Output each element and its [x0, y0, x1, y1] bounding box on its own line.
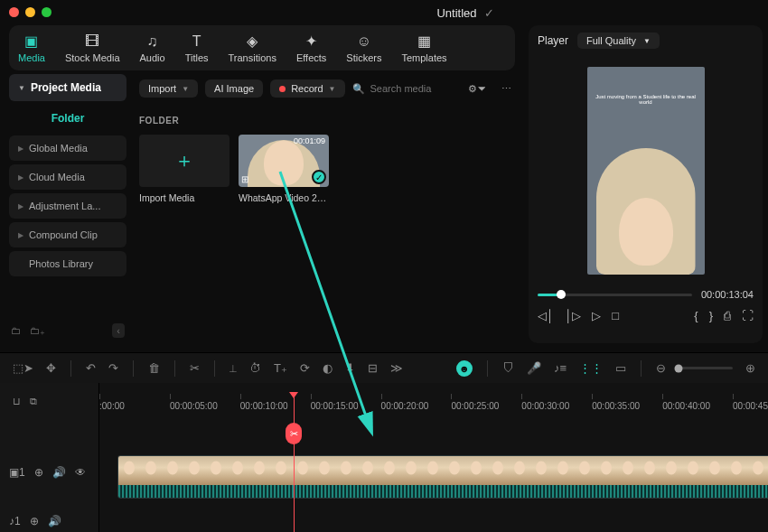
- pointer-icon[interactable]: ⬚➤: [13, 361, 33, 375]
- snapshot-icon[interactable]: ⎙: [724, 309, 731, 322]
- stop-button[interactable]: □: [612, 309, 619, 322]
- mark-in-icon[interactable]: {: [694, 309, 698, 322]
- import-media-tile[interactable]: ＋ Import Media: [139, 135, 229, 203]
- record-dot-icon: [279, 86, 286, 92]
- redo-icon[interactable]: ↷: [108, 361, 118, 375]
- sidebar-item-label: Cloud Media: [29, 172, 85, 182]
- mute-icon[interactable]: 🔊: [48, 515, 61, 527]
- download-icon[interactable]: ⬇: [345, 361, 355, 375]
- split-button[interactable]: ✂: [286, 423, 302, 444]
- video-preview[interactable]: Just moving from a Student life to the r…: [587, 67, 705, 275]
- scrub-bar[interactable]: 00:00:13:04: [538, 289, 754, 300]
- project-media-header[interactable]: ▼ Project Media: [9, 74, 126, 101]
- speed-icon[interactable]: ⏱: [249, 361, 261, 375]
- trash-icon[interactable]: 🗑: [148, 361, 160, 375]
- sidebar-item-label: Global Media: [29, 143, 88, 154]
- auto-beat-icon[interactable]: ⋮⋮: [579, 361, 603, 375]
- record-button[interactable]: Record▼: [270, 79, 344, 98]
- track-name: ▣1: [9, 466, 25, 479]
- zoom-slider[interactable]: [679, 367, 733, 369]
- sidebar-item-compound-clip[interactable]: ▶Compound Clip: [9, 222, 126, 247]
- thumb-label: WhatsApp Video 202…: [239, 192, 329, 203]
- film-icon: 🎞: [85, 33, 99, 50]
- quality-select[interactable]: Full Quality ▼: [577, 33, 660, 49]
- tab-audio[interactable]: ♫ Audio: [140, 33, 165, 63]
- tab-media[interactable]: ▣ Media: [18, 33, 45, 63]
- blade-select-icon[interactable]: ✥: [46, 361, 56, 375]
- add-track-icon[interactable]: ⊕: [30, 515, 39, 527]
- undo-icon[interactable]: ↶: [86, 361, 96, 375]
- fullscreen-icon[interactable]: ⛶: [742, 309, 754, 322]
- mark-out-icon[interactable]: }: [709, 309, 713, 322]
- tab-titles[interactable]: T Titles: [185, 33, 209, 63]
- tab-label: Stickers: [346, 52, 381, 63]
- link-icon[interactable]: ⧉: [30, 396, 37, 407]
- zoom-out-icon[interactable]: ⊖: [656, 361, 666, 375]
- crop-icon[interactable]: ⟂: [229, 361, 237, 375]
- audio-track-header: ♪1 ⊕ 🔊: [9, 515, 61, 527]
- sticker-icon: ☺: [357, 33, 371, 50]
- tab-stickers[interactable]: ☺ Stickers: [346, 33, 381, 63]
- mic-icon[interactable]: 🎤: [527, 361, 541, 375]
- sidebar-item-cloud-media[interactable]: ▶Cloud Media: [9, 164, 126, 190]
- ruler-tick: 00:00:30:00: [521, 394, 569, 411]
- tab-effects[interactable]: ✦ Effects: [296, 33, 326, 63]
- template-icon: ▦: [417, 33, 431, 50]
- saved-check-icon: ✓: [484, 6, 494, 20]
- project-title: Untitled: [436, 6, 476, 20]
- next-frame-button[interactable]: │▷: [565, 309, 581, 322]
- prev-frame-button[interactable]: ◁│: [538, 309, 554, 322]
- play-button[interactable]: ▷: [592, 309, 601, 322]
- visibility-icon[interactable]: 👁: [75, 466, 86, 479]
- player-header: Player Full Quality ▼: [538, 33, 754, 49]
- video-track[interactable]: ▶WhatsApp Video 2023-09-28 at 2:07:57 PM: [99, 455, 768, 499]
- timeline-clip[interactable]: ▶WhatsApp Video 2023-09-28 at 2:07:57 PM: [117, 455, 768, 499]
- enhance-icon[interactable]: ☻: [456, 360, 473, 377]
- mute-icon[interactable]: 🔊: [52, 466, 66, 479]
- more-icon[interactable]: ≫: [390, 361, 403, 375]
- add-track-icon[interactable]: ⊕: [34, 466, 43, 479]
- collapse-sidebar-icon[interactable]: ‹: [112, 323, 125, 338]
- color-icon[interactable]: ◐: [323, 361, 332, 375]
- more-options-icon[interactable]: ⋯: [498, 83, 515, 95]
- tab-label: Templates: [401, 52, 446, 63]
- filter-icon[interactable]: ⚙⏷: [464, 83, 491, 95]
- import-button[interactable]: Import▼: [139, 79, 198, 98]
- media-clip-tile[interactable]: 00:01:09 ⊞ ✓ WhatsApp Video 202…: [239, 135, 329, 203]
- shield-icon[interactable]: ⛉: [502, 361, 514, 375]
- ruler-tick: :00:00: [99, 394, 125, 411]
- player-tab-label[interactable]: Player: [538, 34, 568, 47]
- ai-image-button[interactable]: AI Image: [205, 79, 263, 98]
- chevron-right-icon: ▶: [18, 145, 23, 153]
- markers-icon[interactable]: ⊟: [368, 361, 378, 375]
- magnet-icon[interactable]: ⊔: [13, 396, 21, 407]
- text-tool-icon[interactable]: T₊: [274, 361, 287, 375]
- sidebar-footer: 🗀 🗀₊ ‹: [9, 318, 126, 343]
- tab-transitions[interactable]: ◈ Transitions: [229, 33, 276, 63]
- search-box[interactable]: 🔍: [352, 83, 457, 95]
- check-icon: ✓: [312, 170, 326, 184]
- time-ruler[interactable]: :00:0000:00:05:0000:00:10:0000:00:15:000…: [99, 394, 768, 414]
- chevron-down-icon: ▼: [182, 85, 189, 93]
- tab-templates[interactable]: ▦ Templates: [401, 33, 446, 63]
- media-browser: Import▼ AI Image Record▼ 🔍 ⚙⏷ ⋯ FOLDER ＋…: [126, 74, 515, 343]
- sidebar-item-global-media[interactable]: ▶Global Media: [9, 135, 126, 161]
- rotate-icon[interactable]: ⟳: [300, 361, 310, 375]
- chevron-down-icon: ▼: [329, 85, 336, 93]
- folder-tab[interactable]: Folder: [9, 105, 126, 132]
- sidebar-item-photos-library[interactable]: Photos Library: [9, 251, 126, 276]
- music-adjust-icon[interactable]: ♪≡: [554, 361, 567, 375]
- clip-duration: 00:01:09: [294, 136, 325, 145]
- project-media-label: Project Media: [31, 81, 101, 94]
- new-bin-icon[interactable]: 🗀₊: [30, 325, 45, 337]
- scissors-icon[interactable]: ✂: [190, 361, 200, 375]
- search-input[interactable]: [370, 83, 457, 94]
- zoom-in-icon[interactable]: ⊕: [745, 361, 755, 375]
- tab-stock-media[interactable]: 🎞 Stock Media: [65, 33, 120, 63]
- browser-toolbar: Import▼ AI Image Record▼ 🔍 ⚙⏷ ⋯: [139, 74, 515, 103]
- mask-icon[interactable]: ▭: [615, 361, 626, 375]
- scrub-handle[interactable]: [557, 290, 566, 299]
- sidebar-item-adjustment-layer[interactable]: ▶Adjustment La...: [9, 193, 126, 219]
- scrub-track[interactable]: [538, 294, 692, 296]
- new-folder-icon[interactable]: 🗀: [11, 325, 21, 336]
